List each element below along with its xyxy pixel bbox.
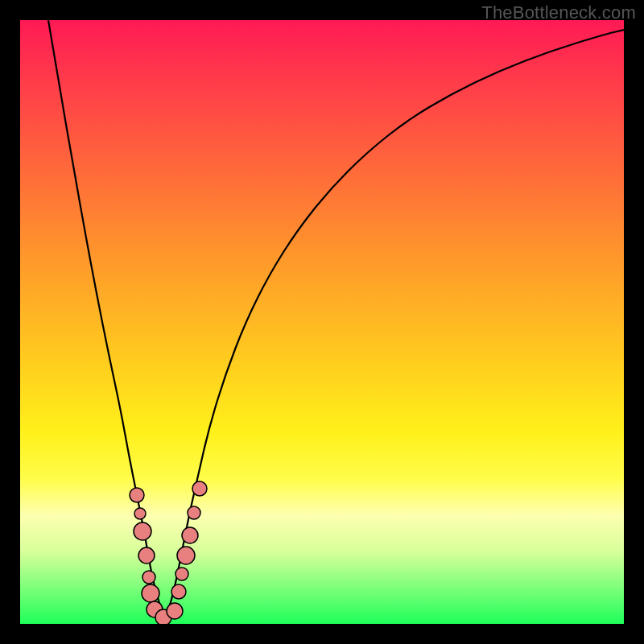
bead-marker xyxy=(134,508,146,519)
bead-marker xyxy=(192,481,207,496)
bead-marker xyxy=(142,571,155,584)
bead-marker xyxy=(142,584,159,602)
beads-group xyxy=(130,481,207,624)
bead-marker xyxy=(188,506,200,519)
bead-marker xyxy=(175,568,188,580)
bead-marker xyxy=(182,527,198,543)
curve-layer xyxy=(20,20,624,624)
bead-marker xyxy=(177,547,195,564)
bead-marker xyxy=(167,603,183,619)
bead-marker xyxy=(171,584,186,599)
bead-marker xyxy=(134,522,151,540)
bead-marker xyxy=(130,488,144,502)
outer-frame: TheBottleneck.com xyxy=(0,0,644,644)
bottleneck-curve xyxy=(48,20,624,614)
watermark-text: TheBottleneck.com xyxy=(481,2,636,23)
bead-marker xyxy=(138,547,155,564)
plot-area xyxy=(20,20,624,624)
